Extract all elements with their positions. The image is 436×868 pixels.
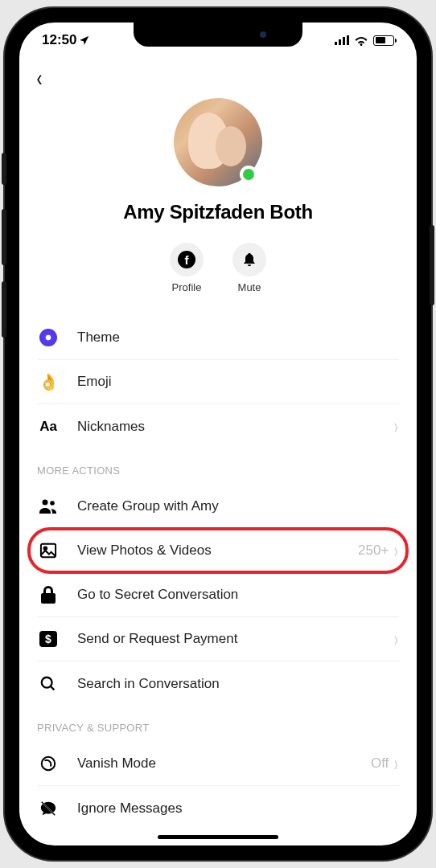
power-button: [430, 225, 434, 305]
send-payment-row[interactable]: $ Send or Request Payment ›: [37, 617, 399, 661]
screen: 12:50 ‹: [19, 23, 417, 845]
svg-point-7: [44, 547, 47, 550]
battery-icon: [373, 35, 394, 46]
location-icon: [79, 35, 90, 46]
svg-point-10: [42, 677, 52, 687]
more-actions-header: More Actions: [19, 448, 417, 485]
facebook-icon: f: [178, 251, 195, 268]
nicknames-row[interactable]: Aa Nicknames ›: [37, 404, 399, 448]
vanish-icon: [37, 755, 60, 772]
privacy-list: Vanish Mode Off › Ignore Messages: [19, 742, 417, 830]
create-group-row[interactable]: Create Group with Amy: [37, 485, 399, 529]
mute-button[interactable]: Mute: [232, 243, 266, 293]
profile-name: Amy Spitzfaden Both: [19, 201, 417, 223]
search-conversation-row[interactable]: Search in Conversation: [37, 661, 399, 706]
status-left: 12:50: [42, 32, 90, 48]
svg-rect-2: [343, 37, 345, 45]
svg-point-12: [42, 757, 56, 771]
avatar-shape: [216, 126, 246, 166]
phone-frame: 12:50 ‹: [5, 8, 431, 860]
status-time: 12:50: [42, 32, 76, 48]
svg-rect-3: [347, 35, 349, 45]
battery-fill: [376, 37, 385, 43]
vanish-value: Off: [371, 755, 389, 772]
theme-row[interactable]: Theme: [37, 316, 399, 360]
chevron-right-icon: ›: [394, 627, 398, 651]
settings-list: Theme 👌 Emoji Aa Nicknames ›: [19, 316, 417, 448]
nicknames-label: Nicknames: [77, 419, 393, 435]
vanish-mode-row[interactable]: Vanish Mode Off ›: [37, 742, 399, 786]
people-icon: [37, 498, 60, 514]
avatar-wrap[interactable]: [174, 98, 262, 186]
profile-icon-circle: f: [170, 243, 204, 276]
send-payment-label: Send or Request Payment: [77, 631, 393, 647]
mute-icon-circle: [232, 243, 266, 276]
mute-label: Mute: [238, 281, 261, 293]
camera-dot: [260, 31, 266, 38]
svg-line-11: [51, 686, 55, 690]
search-icon: [37, 675, 60, 693]
bell-icon: [241, 252, 257, 268]
view-photos-count: 250+: [358, 542, 389, 559]
back-button[interactable]: ‹: [37, 64, 43, 92]
profile-section: Amy Spitzfaden Both f Profile Mute: [19, 92, 417, 293]
volume-up: [2, 209, 6, 265]
create-group-label: Create Group with Amy: [77, 498, 399, 514]
home-indicator[interactable]: [158, 835, 278, 839]
chevron-right-icon: ›: [394, 415, 398, 439]
vanish-label: Vanish Mode: [77, 755, 371, 772]
online-status-icon: [240, 166, 257, 183]
cellular-icon: [335, 35, 349, 45]
svg-point-5: [50, 501, 55, 506]
photo-icon: [37, 542, 60, 559]
mute-switch: [2, 153, 6, 185]
chevron-right-icon: ›: [394, 751, 398, 776]
theme-icon: [37, 329, 60, 346]
svg-rect-0: [335, 42, 337, 45]
emoji-icon: 👌: [37, 372, 60, 391]
svg-point-4: [43, 500, 48, 506]
nicknames-icon: Aa: [37, 419, 60, 435]
privacy-support-header: Privacy & Support: [19, 706, 417, 742]
notch: [134, 23, 302, 47]
action-buttons: f Profile Mute: [19, 243, 417, 293]
wifi-icon: [354, 35, 368, 46]
chevron-right-icon: ›: [394, 538, 398, 563]
volume-down: [2, 281, 6, 338]
ignore-messages-row[interactable]: Ignore Messages: [37, 786, 399, 830]
ignore-label: Ignore Messages: [77, 800, 399, 817]
view-photos-label: View Photos & Videos: [77, 542, 358, 559]
view-photos-row[interactable]: View Photos & Videos 250+ ›: [37, 529, 399, 573]
theme-label: Theme: [77, 330, 399, 346]
more-actions-list: Create Group with Amy View Photos & Vide…: [19, 485, 417, 706]
emoji-row[interactable]: 👌 Emoji: [37, 360, 399, 404]
ignore-icon: [37, 800, 60, 817]
profile-label: Profile: [172, 281, 202, 293]
secret-conversation-label: Go to Secret Conversation: [77, 587, 399, 603]
payment-icon: $: [37, 631, 60, 647]
lock-icon: [37, 586, 60, 604]
nav-bar: ‹: [19, 58, 417, 92]
svg-rect-1: [339, 39, 341, 45]
status-right: [335, 35, 394, 46]
emoji-label: Emoji: [77, 374, 399, 390]
profile-button[interactable]: f Profile: [170, 243, 204, 293]
svg-text:$: $: [45, 633, 51, 645]
search-label: Search in Conversation: [77, 676, 399, 692]
secret-conversation-row[interactable]: Go to Secret Conversation: [37, 573, 399, 617]
